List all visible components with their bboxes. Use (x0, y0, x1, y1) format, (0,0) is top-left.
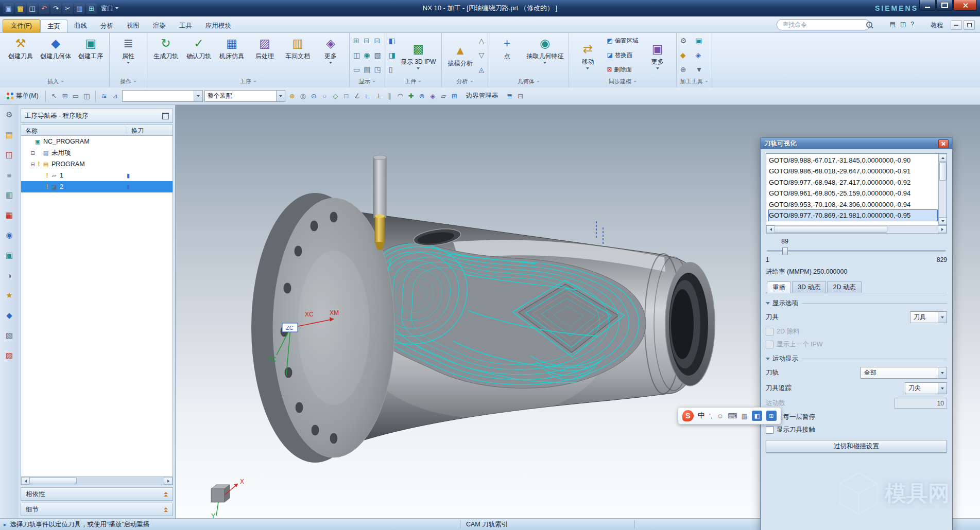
resource-bar-button[interactable]: ★ (3, 289, 15, 302)
ribbon-button[interactable]: ⇄ 移动 (572, 40, 604, 71)
ribbon-group-label[interactable]: 插入 (5, 77, 107, 87)
tree-expander-icon[interactable]: ⊟ (29, 162, 36, 167)
toolbar-icon-button[interactable]: ≣ (504, 91, 515, 101)
ribbon-button[interactable]: ▦ 机床仿真 (216, 34, 248, 62)
ribbon-button[interactable]: ◧ (388, 35, 397, 46)
slider-thumb[interactable] (782, 247, 788, 255)
tool-tracking-combo[interactable]: 刀尖 (905, 382, 947, 394)
goto-line[interactable]: GOTO/89.961,-69.805,-25.159,0.0000000,-0… (769, 188, 937, 199)
toolbar-icon-button[interactable]: ✚ (406, 91, 417, 101)
resource-bar-button[interactable]: ◑ (3, 269, 15, 281)
column-header-name[interactable]: 名称 (25, 127, 38, 135)
combo-arrow-button[interactable] (938, 383, 947, 394)
help-toolbar-icon[interactable]: ▤ (890, 21, 896, 28)
ribbon-button[interactable]: ◨ (388, 49, 397, 61)
goto-statement-list[interactable]: GOTO/89.988,-67.017,-31.845,0.0000000,-0… (766, 153, 947, 225)
toolbar-icon-button[interactable]: ◠ (395, 91, 406, 101)
ribbon-button[interactable]: ⚒ 创建刀具 (5, 34, 37, 62)
minimize-button[interactable] (919, 0, 936, 11)
goto-line[interactable]: GOTO/89.953,-70.108,-24.306,0.0000000,-0… (769, 199, 937, 210)
toolbar-icon-button[interactable]: □ (341, 91, 352, 101)
ime-toolbar-icon[interactable]: ⊞ (766, 411, 777, 421)
toolbar-icon-button[interactable]: ◇ (330, 91, 341, 101)
ribbon-button[interactable]: ▭ (352, 64, 361, 75)
checkbox-show-tool-contact[interactable]: 显示刀具接触 (766, 426, 947, 434)
scroll-up-button[interactable] (939, 154, 947, 162)
ribbon-group-label[interactable]: 显示 (352, 77, 382, 87)
ribbon-button[interactable]: ▣ 更多 (642, 40, 674, 71)
ribbon-button[interactable]: ◪ 替换面 (605, 48, 640, 62)
tutorial-link[interactable]: 教程 (931, 21, 943, 30)
resource-bar-button[interactable]: ▤ (3, 129, 15, 141)
quick-access-icon[interactable]: ↶ (39, 3, 49, 14)
ribbon-button[interactable]: ▤ (363, 64, 371, 75)
resource-bar-button[interactable]: ▥ (3, 189, 15, 201)
ribbon-button[interactable]: ▧ (373, 49, 382, 61)
ribbon-button[interactable]: ▨ 后处理 (249, 34, 281, 62)
toolbar-icon-button[interactable]: ◫ (81, 91, 92, 101)
ribbon-button[interactable]: ≣ 属性 (112, 34, 144, 65)
playback-mode-tab[interactable]: 重播 (767, 281, 791, 293)
quick-access-icon[interactable]: ◫ (27, 3, 38, 14)
search-input[interactable] (781, 21, 863, 29)
toolbar-icon-button[interactable]: ⊚ (417, 91, 427, 101)
quick-access-icon[interactable]: ✂ (62, 3, 73, 14)
toolbar-icon-button[interactable]: ⊟ (515, 91, 526, 101)
ime-toolbar-icon[interactable]: ▦ (742, 412, 748, 420)
ime-toolbar-icon[interactable]: ’, (709, 412, 713, 420)
toolbar-icon-button[interactable]: ▭ (71, 91, 81, 101)
search-icon[interactable] (866, 22, 872, 28)
ribbon-button[interactable]: ◉ 抽取几何特征 (524, 34, 566, 65)
child-restore-button[interactable] (964, 20, 975, 30)
child-minimize-button[interactable] (951, 20, 962, 30)
help-toolbar-icon[interactable]: ? (910, 21, 914, 28)
tree-row[interactable]: ! ◪ 2 ▮ (21, 181, 173, 192)
combo-arrow-button[interactable] (194, 91, 202, 101)
window-menu-button[interactable]: 窗口 (101, 4, 118, 13)
ribbon-button[interactable]: ◆ (679, 49, 693, 61)
ribbon-button[interactable]: ◉ (363, 49, 371, 61)
ime-toolbar-icon[interactable]: ☺ (717, 412, 724, 420)
ribbon-group-label[interactable]: 工序 (150, 77, 347, 87)
ribbon-button[interactable]: ◈ 更多 (315, 34, 347, 65)
tree-expander-icon[interactable]: ⊟ (29, 150, 36, 156)
section-display-options[interactable]: 显示选项 (766, 299, 947, 308)
toolbar-icon-button[interactable]: ⊞ (449, 91, 460, 101)
toolbar-icon-button[interactable]: ⊥ (373, 91, 384, 101)
file-menu-tab[interactable]: 文件(F) (3, 19, 40, 32)
dialog-close-button[interactable] (938, 139, 949, 148)
goto-list-vscrollbar[interactable] (938, 154, 947, 225)
ribbon-button[interactable]: ▯ (388, 64, 397, 75)
toolbar-icon-button[interactable]: ↖ (49, 91, 60, 101)
combo-arrow-button[interactable] (938, 312, 947, 323)
ribbon-group-label[interactable]: 分析 (444, 77, 486, 87)
ribbon-button[interactable]: ⊕ (679, 64, 693, 75)
motion-count-field[interactable]: 10 (895, 398, 947, 409)
scroll-right-button[interactable] (938, 225, 947, 233)
slider-track[interactable] (767, 250, 946, 252)
ribbon-button[interactable]: ⊞ (352, 35, 361, 46)
section-motion-display[interactable]: 运动显示 (766, 355, 947, 363)
ribbon-button[interactable]: ▣ (695, 35, 709, 46)
checkbox-2d-removal[interactable]: 2D 除料 (766, 327, 947, 336)
close-button[interactable] (953, 0, 977, 11)
help-toolbar-icon[interactable]: ◫ (900, 21, 906, 28)
ribbon-tab[interactable]: 视图 (120, 20, 146, 32)
resource-bar-button[interactable]: ◫ (3, 149, 15, 161)
ribbon-tab[interactable]: 曲线 (67, 20, 94, 32)
ribbon-group-label[interactable]: 几何体 (491, 77, 566, 87)
goto-line[interactable]: GOTO/89.988,-67.017,-31.845,0.0000000,-0… (769, 155, 937, 166)
resource-bar-button[interactable]: ◉ (3, 229, 15, 241)
ime-mode-indicator[interactable]: 中 (698, 411, 705, 420)
ribbon-button[interactable]: ⊟ (363, 35, 371, 46)
ribbon-group-label[interactable]: 加工工具 (679, 77, 709, 87)
ribbon-button[interactable]: + 点 (491, 34, 523, 62)
scrollbar-thumb[interactable] (939, 162, 947, 181)
ribbon-tab[interactable]: 分析 (94, 20, 120, 32)
goto-line[interactable]: GOTO/89.977,-70.869,-21.981,0.0000000,-0… (769, 210, 937, 221)
toolbar-icon-button[interactable]: ◈ (427, 91, 438, 101)
tree-row[interactable]: ⊟ ! ▤ PROGRAM (21, 158, 173, 170)
ribbon-button[interactable]: ⚙ (679, 35, 693, 46)
playback-mode-tab[interactable]: 2D 动态 (827, 281, 861, 293)
resource-bar-button[interactable]: ▨ (3, 349, 15, 362)
